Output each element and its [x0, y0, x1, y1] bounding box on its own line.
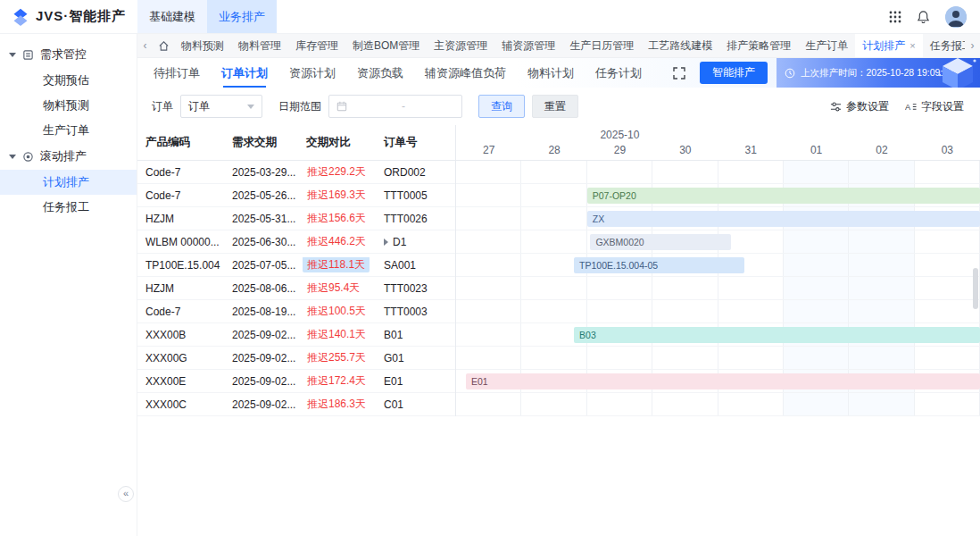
svg-text:A: A: [905, 103, 911, 112]
notification-bell-icon[interactable]: [917, 10, 930, 23]
cell-due-date: 2025-05-26...: [223, 189, 301, 202]
cell-product-code: HZJM: [137, 282, 223, 295]
nav-tab-6[interactable]: 辅资源管理: [494, 34, 562, 57]
sliders-icon: [830, 101, 842, 113]
fullscreen-icon[interactable]: [668, 67, 691, 80]
view-tab-1[interactable]: 待排订单: [154, 58, 200, 88]
sidebar-item[interactable]: 交期预估: [0, 68, 137, 93]
cell-order-no: C01: [375, 398, 455, 411]
nav-tab-7[interactable]: 生产日历管理: [562, 34, 641, 57]
sidebar-item[interactable]: 计划排产: [0, 170, 137, 195]
chevron-down-icon: [9, 53, 16, 57]
reset-button[interactable]: 重置: [532, 95, 578, 118]
page-tab-strip: ‹ 物料预测物料管理库存管理制造BOM管理主资源管理辅资源管理生产日历管理工艺路…: [137, 34, 980, 58]
cube-illustration: [934, 58, 980, 88]
cell-delay: 推迟186.3天: [301, 397, 375, 412]
nav-tab-label: 库存管理: [295, 38, 338, 54]
nav-tab-9[interactable]: 排产策略管理: [719, 34, 798, 57]
nav-back-arrow-icon[interactable]: ‹: [137, 34, 153, 57]
delay-value: 推迟156.6天: [303, 211, 370, 226]
order-select[interactable]: 订单: [180, 95, 262, 118]
column-header-due-date: 需求交期: [223, 135, 301, 150]
gantt-row-line: [456, 230, 980, 230]
order-plan-grid: 产品编码 需求交期 交期对比 订单号 Code-72025-03-29...推迟…: [137, 125, 980, 536]
view-tab-4[interactable]: 资源负载: [357, 58, 403, 88]
vertical-scrollbar[interactable]: [973, 268, 978, 309]
sidebar-item[interactable]: 生产订单: [0, 118, 137, 143]
nav-tab-4[interactable]: 制造BOM管理: [345, 34, 427, 57]
table-row[interactable]: HZJM2025-08-06...推迟95.4天TTT0023: [137, 277, 455, 300]
table-row[interactable]: HZJM2025-05-31...推迟156.6天TTT0026: [137, 207, 455, 230]
table-row[interactable]: TP100E.15.0042025-07-05...推迟118.1天SA001: [137, 254, 455, 277]
close-icon[interactable]: ×: [909, 40, 915, 51]
order-value: TTT0023: [384, 282, 428, 295]
nav-forward-arrow-icon[interactable]: ›: [965, 34, 980, 57]
nav-tab-12[interactable]: 任务报工: [923, 34, 965, 57]
view-tab-2[interactable]: 订单计划: [221, 58, 268, 88]
expand-icon[interactable]: [384, 239, 388, 246]
cell-due-date: 2025-09-02...: [223, 329, 301, 341]
header-tab-2[interactable]: 业务排产: [207, 0, 277, 33]
nav-tab-label: 生产订单: [805, 38, 848, 54]
view-tab-7[interactable]: 任务计划: [595, 58, 642, 88]
nav-tab-label: 物料预测: [181, 38, 224, 54]
sidebar-item[interactable]: 物料预测: [0, 93, 137, 118]
view-tab-5[interactable]: 辅资源峰值负荷: [425, 58, 506, 88]
apps-grid-icon[interactable]: [889, 11, 901, 23]
gantt-bar[interactable]: P07-OP20: [587, 188, 980, 204]
gantt-bar[interactable]: TP100E.15.004-05: [574, 257, 744, 273]
cell-product-code: TP100E.15.004: [137, 259, 223, 272]
cell-product-code: Code-7: [137, 189, 223, 202]
nav-tab-5[interactable]: 主资源管理: [427, 34, 494, 57]
view-tab-6[interactable]: 物料计划: [527, 58, 574, 88]
table-row[interactable]: WLBM 00000...2025-06-30...推迟446.2天D1: [137, 230, 455, 254]
sidebar-collapse-button[interactable]: «: [118, 486, 134, 502]
nav-tab-label: 排产策略管理: [727, 38, 791, 54]
field-settings-button[interactable]: A 字段设置: [905, 99, 964, 114]
app-logo: JVS·智能排产: [0, 0, 137, 33]
table-row[interactable]: XXX00E2025-09-02...推迟172.4天E01: [137, 370, 455, 393]
user-avatar[interactable]: [945, 6, 967, 28]
param-settings-button[interactable]: 参数设置: [830, 99, 889, 114]
table-row[interactable]: Code-72025-03-29...推迟229.2天ORD002: [137, 161, 455, 184]
gantt-day-label: 27: [456, 144, 521, 156]
gantt-bar[interactable]: E01: [466, 373, 980, 389]
demand-icon: [22, 49, 34, 61]
smart-schedule-button[interactable]: 智能排产: [700, 62, 768, 84]
field-settings-icon: A: [905, 101, 917, 113]
gantt-bar[interactable]: GXBM0020: [590, 234, 731, 250]
field-settings-label: 字段设置: [921, 99, 964, 114]
view-tab-3[interactable]: 资源计划: [289, 58, 336, 88]
cell-delay: 推迟169.3天: [301, 188, 375, 203]
sidebar-group-header-1[interactable]: 需求管控: [0, 41, 137, 68]
delay-value: 推迟229.2天: [303, 164, 370, 180]
order-value: ORD002: [384, 166, 426, 179]
table-row[interactable]: XXX00G2025-09-02...推迟255.7天G01: [137, 347, 455, 370]
gantt-bar[interactable]: B03: [574, 327, 980, 343]
nav-tab-11[interactable]: 计划排产×: [855, 34, 922, 57]
delay-value: 推迟95.4天: [303, 281, 364, 296]
sidebar-group-header-2[interactable]: 滚动排产: [0, 143, 137, 170]
logo-diamond-icon: [12, 8, 29, 26]
nav-tab-8[interactable]: 工艺路线建模: [641, 34, 719, 57]
cell-product-code: WLBM 00000...: [137, 236, 223, 248]
nav-tab-1[interactable]: 物料预测: [174, 34, 231, 57]
table-row[interactable]: XXX00B2025-09-02...推迟140.1天B01: [137, 323, 455, 347]
nav-tab-3[interactable]: 库存管理: [288, 34, 345, 57]
sidebar-item[interactable]: 任务报工: [0, 195, 137, 220]
home-icon[interactable]: [153, 34, 174, 57]
date-range-input[interactable]: -: [328, 95, 462, 118]
view-right: 智能排产 上次排产时间：2025-10-28 19:09:53: [668, 58, 980, 88]
cell-delay: 推迟118.1天: [301, 257, 375, 272]
table-row[interactable]: Code-72025-05-26...推迟169.3天TTT0005: [137, 184, 455, 207]
table-row[interactable]: Code-72025-08-19...推迟100.5天TTT0003: [137, 300, 455, 323]
nav-tab-10[interactable]: 生产订单: [798, 34, 855, 57]
search-button[interactable]: 查询: [478, 95, 525, 118]
gantt-bar[interactable]: ZX: [587, 211, 980, 227]
nav-tab-2[interactable]: 物料管理: [231, 34, 288, 57]
table-row[interactable]: XXX00C2025-09-02...推迟186.3天C01: [137, 393, 455, 416]
gantt-row-line: [456, 369, 980, 370]
view-tabs: 待排订单订单计划资源计划资源负载辅资源峰值负荷物料计划任务计划: [137, 58, 642, 88]
header-tab-1[interactable]: 基础建模: [137, 0, 207, 33]
sidebar-groups: 需求管控交期预估物料预测生产订单滚动排产计划排产任务报工: [0, 41, 137, 220]
